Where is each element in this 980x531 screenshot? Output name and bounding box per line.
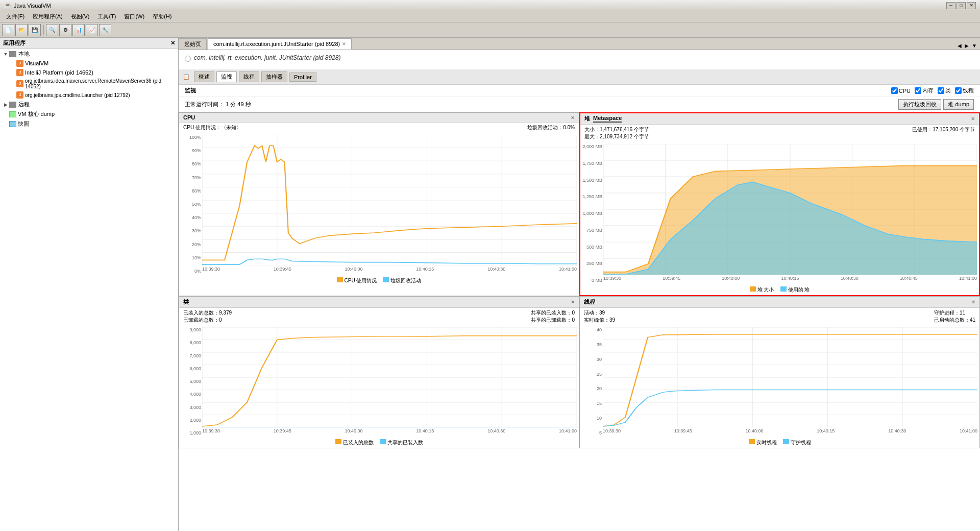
class-chart-close-icon[interactable]: ✕ bbox=[571, 299, 575, 305]
class-chart-header: 类 ✕ bbox=[179, 297, 579, 308]
heap-y-axis: 2,000 MB1,750 MB1,500 MB1,250 MB 1,000 M… bbox=[580, 142, 603, 285]
class-chart-content bbox=[202, 327, 577, 427]
sub-tab-threads[interactable]: 线程 bbox=[239, 71, 259, 82]
metaspace-tab[interactable]: Metaspace bbox=[593, 115, 622, 123]
tab-process-label: com.intellij.rt.execution.junit.JUnitSta… bbox=[213, 41, 340, 47]
toolbar-btn5[interactable]: 🔧 bbox=[99, 24, 111, 36]
sidebar-item-intellij[interactable]: J IntelliJ Platform (pid 14652) bbox=[0, 68, 178, 77]
thread-chart-close-icon[interactable]: ✕ bbox=[971, 299, 975, 305]
icon-local bbox=[9, 51, 16, 57]
cpu-y-axis: 100%90%80%70%60% 50%40%30%20%10%0% bbox=[179, 133, 202, 276]
sidebar-close-icon[interactable]: ✕ bbox=[170, 40, 175, 46]
thread-info-left: 活动：39 实时峰值：39 bbox=[584, 309, 615, 324]
icon-snapshot bbox=[9, 121, 16, 127]
filter-memory-checkbox[interactable] bbox=[915, 87, 921, 94]
toolbar: 📄 📂 💾 🔍 ⚙ 📊 📈 🔧 bbox=[0, 22, 980, 38]
menu-view[interactable]: 视图(V) bbox=[67, 12, 94, 21]
cpu-gc-label: 垃圾回收活动：0.0% bbox=[527, 124, 575, 131]
toolbar-new[interactable]: 📄 bbox=[2, 24, 14, 36]
tab-prev-button[interactable]: ◀ bbox=[957, 42, 963, 50]
tab-next-button[interactable]: ▶ bbox=[964, 42, 970, 50]
class-shared-loaded: 共享的已装入数：0 bbox=[531, 309, 575, 317]
local-label: 本地 bbox=[18, 50, 30, 58]
cpu-legend-label-2: 垃圾回收活动 bbox=[390, 278, 421, 283]
minimize-button[interactable]: ─ bbox=[946, 2, 955, 9]
icon-remote bbox=[9, 102, 16, 108]
thread-chart-content bbox=[603, 327, 977, 427]
sidebar-item-launcher[interactable]: J org.jetbrains.jps.cmdline.Launcher (pi… bbox=[0, 90, 178, 100]
sub-tab-bar: 📋 概述 监视 线程 抽样器 Profiler bbox=[179, 69, 980, 85]
maven-label: org.jetbrains.idea.maven.server.RemoteMa… bbox=[25, 78, 176, 89]
tab-process[interactable]: com.intellij.rt.execution.junit.JUnitSta… bbox=[208, 38, 352, 50]
filter-thread[interactable]: 线程 bbox=[955, 87, 974, 94]
sidebar-item-maven[interactable]: J org.jetbrains.idea.maven.server.Remote… bbox=[0, 77, 178, 90]
sub-tab-sampler[interactable]: 抽样器 bbox=[261, 71, 287, 82]
sidebar-item-local[interactable]: ▼ 本地 bbox=[0, 49, 178, 59]
class-legend-label-1: 已装入的总数 bbox=[343, 440, 374, 445]
maximize-button[interactable]: □ bbox=[957, 2, 966, 9]
cpu-chart-close-icon[interactable]: ✕ bbox=[571, 115, 575, 120]
class-shared-unloaded: 共享的已卸载数：0 bbox=[531, 317, 575, 324]
menu-window[interactable]: 窗口(W) bbox=[120, 12, 149, 21]
cpu-chart-body: 100%90%80%70%60% 50%40%30%20%10%0% bbox=[179, 133, 579, 276]
sidebar-title: 应用程序 bbox=[3, 39, 26, 47]
gc-button[interactable]: 执行垃圾回收 bbox=[898, 99, 941, 110]
thread-chart-panel: 线程 ✕ 活动：39 实时峰值：39 守护进程：11 已启动的总数：41 bbox=[579, 296, 980, 448]
filter-thread-label: 线程 bbox=[963, 87, 974, 94]
thread-svg bbox=[603, 327, 977, 427]
heap-dump-button[interactable]: 堆 dump bbox=[943, 99, 974, 110]
sidebar-item-remote[interactable]: ▶ 远程 bbox=[0, 100, 178, 109]
icon-intellij: J bbox=[16, 69, 23, 76]
filter-bar: CPU 内存 类 线程 bbox=[891, 87, 974, 94]
toolbar-save[interactable]: 💾 bbox=[29, 24, 41, 36]
tab-navigation: ◀ ▶ ▼ bbox=[957, 42, 980, 50]
filter-cpu-label: CPU bbox=[899, 88, 911, 94]
class-legend-color-2 bbox=[380, 439, 386, 444]
sub-tab-profiler[interactable]: Profiler bbox=[289, 73, 316, 82]
heap-chart-close-icon[interactable]: ✕ bbox=[971, 116, 975, 122]
cpu-legend-color-2 bbox=[383, 277, 389, 282]
sidebar-item-visualvm[interactable]: J VisualVM bbox=[0, 59, 178, 68]
thread-daemon-label: 守护进程：11 bbox=[934, 309, 975, 317]
toolbar-btn1[interactable]: 🔍 bbox=[46, 24, 58, 36]
close-button[interactable]: ✕ bbox=[967, 2, 976, 9]
menu-file[interactable]: 文件(F) bbox=[2, 12, 29, 21]
filter-thread-checkbox[interactable] bbox=[955, 87, 962, 94]
menu-tools[interactable]: 工具(T) bbox=[93, 12, 120, 21]
runtime-label: 正常运行时间： bbox=[185, 101, 224, 107]
icon-launcher: J bbox=[16, 91, 23, 99]
heap-size-label: 大小：1,471,676,416 个字节 bbox=[584, 126, 649, 133]
filter-class[interactable]: 类 bbox=[938, 87, 951, 94]
toolbar-btn4[interactable]: 📈 bbox=[86, 24, 98, 36]
tab-process-close-icon[interactable]: ✕ bbox=[342, 41, 346, 46]
menu-bar: 文件(F) 应用程序(A) 视图(V) 工具(T) 窗口(W) 帮助(H) bbox=[0, 11, 980, 22]
menu-help[interactable]: 帮助(H) bbox=[149, 12, 176, 21]
filter-cpu-checkbox[interactable] bbox=[891, 87, 898, 94]
heap-chart-title: 堆 bbox=[584, 115, 590, 123]
tab-dropdown-button[interactable]: ▼ bbox=[971, 42, 978, 50]
thread-legend: 实时线程 守护线程 bbox=[580, 438, 979, 448]
sidebar: 应用程序 ✕ ▼ 本地 J VisualVM J IntelliJ Platfo… bbox=[0, 38, 179, 531]
expand-icon-remote: ▶ bbox=[2, 102, 9, 107]
monitor-label: 监视 bbox=[185, 87, 196, 94]
class-unloaded-total: 已卸载的总数：0 bbox=[183, 317, 232, 324]
icon-visualvm: J bbox=[16, 60, 23, 67]
toolbar-btn2[interactable]: ⚙ bbox=[59, 24, 71, 36]
filter-cpu[interactable]: CPU bbox=[891, 87, 911, 94]
class-chart-title: 类 bbox=[183, 298, 189, 306]
menu-app[interactable]: 应用程序(A) bbox=[29, 12, 67, 21]
tab-start[interactable]: 起始页 bbox=[179, 38, 207, 50]
sidebar-item-snapshot[interactable]: 快照 bbox=[0, 119, 178, 129]
thread-x-axis: 10:39:3010:39:4510:40:0010:40:1510:40:30… bbox=[603, 428, 977, 438]
class-y-axis: 9,0008,0007,0006,0005,000 4,0003,0002,00… bbox=[179, 325, 202, 438]
status-indicator bbox=[185, 56, 191, 62]
filter-class-checkbox[interactable] bbox=[938, 87, 944, 94]
sub-tab-monitor[interactable]: 监视 bbox=[216, 71, 237, 82]
toolbar-btn3[interactable]: 📊 bbox=[72, 24, 85, 36]
sub-tab-overview[interactable]: 概述 bbox=[194, 71, 214, 82]
icon-maven: J bbox=[16, 80, 23, 87]
sidebar-item-vm-core[interactable]: VM 核心 dump bbox=[0, 109, 178, 119]
filter-memory[interactable]: 内存 bbox=[915, 87, 934, 94]
toolbar-open[interactable]: 📂 bbox=[15, 24, 28, 36]
sidebar-header: 应用程序 ✕ bbox=[0, 38, 178, 49]
